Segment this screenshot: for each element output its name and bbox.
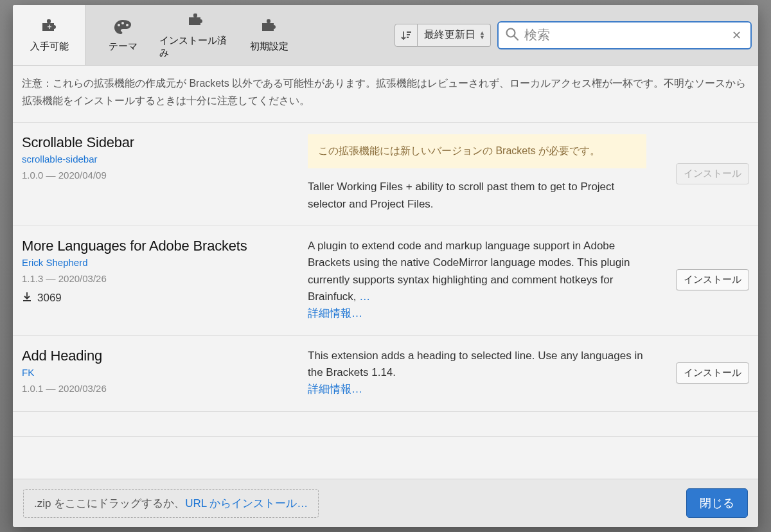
extension-item: More Languages for Adobe Brackets Erick … — [13, 226, 758, 336]
puzzle-dark-icon — [259, 17, 279, 37]
install-button: インストール — [676, 163, 749, 184]
extension-author-link[interactable]: Erick Shepherd — [22, 257, 301, 268]
tab-installed[interactable]: インストール済み — [159, 5, 233, 65]
footer: .zip をここにドラッグするか、 URL からインストール… 閉じる — [13, 479, 758, 527]
extension-description: Taller Working Files + ability to scroll… — [308, 179, 646, 213]
extension-title: More Languages for Adobe Brackets — [22, 238, 301, 254]
download-count: 3069 — [22, 292, 301, 305]
extension-title: Scrollable Sidebar — [22, 134, 301, 151]
extension-version-date: 1.0.0 — 2020/04/09 — [22, 170, 301, 181]
dropzone[interactable]: .zip をここにドラッグするか、 URL からインストール… — [23, 489, 319, 518]
palette-icon — [112, 17, 133, 37]
svg-text:+: + — [47, 22, 51, 31]
extension-manager-modal: + 入手可能 テーマ インストール済み 初期設定 — [13, 5, 758, 527]
sort-group: 最終更新日 ▲▼ — [394, 24, 491, 47]
puzzle-plus-icon: + — [39, 17, 60, 37]
more-info-link[interactable]: 詳細情報… — [308, 383, 362, 395]
topbar: + 入手可能 テーマ インストール済み 初期設定 — [13, 5, 758, 66]
extension-title: Add Heading — [22, 348, 301, 364]
description-ellipsis[interactable]: … — [359, 290, 370, 303]
extension-description: A plugin to extend code and markup langu… — [308, 240, 630, 303]
svg-point-4 — [126, 24, 128, 26]
tab-defaults[interactable]: 初期設定 — [233, 5, 306, 65]
dropzone-text: .zip をここにドラッグするか、 — [34, 496, 185, 511]
warning-notice: 注意：これらの拡張機能の作成元が Brackets 以外である可能性があります。… — [13, 66, 758, 123]
clear-search-icon[interactable]: ✕ — [729, 28, 744, 42]
extension-item: Scrollable Sidebar scrollable-sidebar 1.… — [13, 123, 758, 226]
extension-author-link[interactable]: FK — [22, 367, 301, 378]
tab-installed-label: インストール済み — [159, 35, 233, 59]
install-from-url-link[interactable]: URL からインストール… — [185, 496, 308, 511]
extension-item: Add Heading FK 1.0.1 — 2020/03/26 This e… — [13, 336, 758, 412]
tab-themes-label: テーマ — [109, 40, 137, 53]
tab-themes[interactable]: テーマ — [86, 5, 159, 65]
install-button[interactable]: インストール — [676, 269, 749, 290]
install-button[interactable]: インストール — [676, 362, 749, 384]
close-button[interactable]: 閉じる — [686, 488, 748, 518]
search-icon — [505, 27, 519, 44]
svg-rect-6 — [267, 19, 270, 23]
sort-selected-label: 最終更新日 — [424, 28, 475, 42]
svg-point-3 — [121, 22, 124, 24]
sort-select[interactable]: 最終更新日 ▲▼ — [418, 24, 491, 47]
extension-description: This extension adds a heading to selecte… — [308, 348, 646, 382]
extension-version-date: 1.0.1 — 2020/03/26 — [22, 383, 301, 394]
extension-item-partial — [13, 412, 758, 437]
puzzle-icon — [186, 12, 206, 31]
download-icon — [22, 292, 32, 305]
sort-arrows-icon: ▲▼ — [479, 31, 485, 40]
tab-available[interactable]: + 入手可能 — [13, 5, 86, 65]
search-input[interactable] — [524, 28, 724, 42]
version-required-notice: この拡張機能には新しいバージョンの Brackets が必要です。 — [308, 134, 646, 168]
tabs: + 入手可能 テーマ インストール済み 初期設定 — [13, 5, 306, 65]
extension-author-link[interactable]: scrollable-sidebar — [22, 154, 301, 164]
svg-line-8 — [514, 36, 518, 40]
tab-available-label: 入手可能 — [30, 40, 69, 53]
sort-order-button[interactable] — [394, 24, 418, 47]
tab-defaults-label: 初期設定 — [250, 40, 288, 53]
svg-point-2 — [118, 24, 120, 26]
extension-list: Scrollable Sidebar scrollable-sidebar 1.… — [13, 123, 758, 479]
extension-version-date: 1.1.3 — 2020/03/26 — [22, 273, 301, 284]
svg-rect-5 — [193, 13, 197, 17]
more-info-link[interactable]: 詳細情報… — [308, 307, 362, 319]
search-box: ✕ — [497, 21, 752, 49]
download-count-value: 3069 — [37, 292, 62, 305]
